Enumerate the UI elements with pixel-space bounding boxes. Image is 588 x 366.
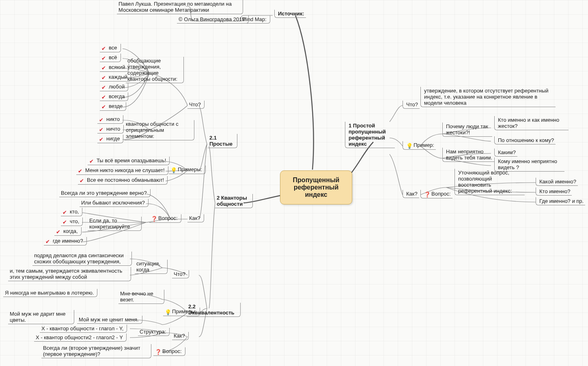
bulb-icon: 💡 xyxy=(165,309,170,315)
l21-how[interactable]: Как? xyxy=(187,214,204,222)
l22-st-a[interactable]: X - квантор общности - глагол - Y, xyxy=(40,325,127,333)
check-icon: ✔ xyxy=(99,117,105,123)
l22-what[interactable]: Что? xyxy=(172,270,189,278)
check-icon: ✔ xyxy=(101,75,107,80)
l21-g-4[interactable]: ✔любой xyxy=(100,83,128,91)
l22-how[interactable]: Как? xyxy=(172,332,189,340)
r1-title[interactable]: 1 Простой пропущенный референтный индекс xyxy=(345,122,395,148)
check-icon: ✔ xyxy=(56,229,62,235)
l21-g-2[interactable]: ✔всякий xyxy=(100,63,129,72)
l21-qc[interactable]: Если да, то конкретизируйте xyxy=(88,217,142,231)
l21-qci-1[interactable]: ✔что, xyxy=(61,217,83,226)
l21-g-6[interactable]: ✔везде xyxy=(100,102,126,111)
r1-qa[interactable]: Какой именно? xyxy=(536,178,578,186)
l22-e1l[interactable]: Мне вечно не везет. xyxy=(118,290,164,304)
r1-ex1[interactable]: Почему люди так жестоки?! xyxy=(442,123,492,137)
l22-sit-a[interactable]: подряд делаются два синтаксически схожих… xyxy=(32,252,132,266)
r1-qc[interactable]: Где именно? и пр. xyxy=(536,197,585,205)
l22-q[interactable]: ❓Вопрос: xyxy=(153,347,185,356)
presentation[interactable]: Павел Лукша. Презентация по метамодели н… xyxy=(117,0,243,14)
r1-ex1b[interactable]: По отношению к кому? xyxy=(494,136,556,144)
l21-ex[interactable]: 💡Примеры: xyxy=(169,166,206,174)
r1-ex2a[interactable]: Каким? xyxy=(494,149,517,157)
check-icon: ✔ xyxy=(101,84,107,90)
check-icon: ✔ xyxy=(101,94,107,100)
check-icon: ✔ xyxy=(89,158,95,164)
check-icon: ✔ xyxy=(62,209,68,215)
check-icon: ✔ xyxy=(101,45,107,51)
l22-st[interactable]: Структура: xyxy=(138,328,170,336)
l21-n-0[interactable]: ✔никто xyxy=(97,115,123,124)
check-icon: ✔ xyxy=(45,239,51,244)
bulb-icon: 💡 xyxy=(406,143,412,149)
r1-what[interactable]: Что? xyxy=(403,101,420,109)
l22-sit-b[interactable]: и, тем самым, утверждается эквивалентнос… xyxy=(8,267,131,281)
check-icon: ✔ xyxy=(78,168,84,174)
r1-ex2[interactable]: Нам неприятно видеть тебя таким. xyxy=(442,148,495,162)
question-icon: ❓ xyxy=(424,192,430,197)
check-icon: ✔ xyxy=(62,219,68,225)
r1-q[interactable]: ❓Вопрос: xyxy=(420,190,452,198)
source-label[interactable]: Источник: xyxy=(274,10,306,18)
question-icon: ❓ xyxy=(151,216,157,222)
l2-title[interactable]: 2 Кванторы общности xyxy=(215,194,253,208)
l21-qci-0[interactable]: ✔кто, xyxy=(61,208,82,216)
r1-ex1a[interactable]: Кто именно и как именно жесток? xyxy=(494,116,569,130)
root-label: Пропущенный референтный индекс xyxy=(293,177,340,198)
l21-qci-3[interactable]: ✔где именно? xyxy=(44,237,87,245)
l21-gen[interactable]: обобщающие утверждения, содержащие квант… xyxy=(126,57,184,83)
check-icon: ✔ xyxy=(80,178,85,183)
l21-what[interactable]: Что? xyxy=(187,101,205,109)
l21-e-2[interactable]: ✔Все ее постоянно обманывают! xyxy=(78,176,168,185)
r1-what-text[interactable]: утверждение, в котором отсутствует рефер… xyxy=(420,87,556,107)
r1-qb[interactable]: Кто именно? xyxy=(536,187,572,196)
l21-qa[interactable]: Всегда ли это утверждение верно? xyxy=(59,189,151,197)
check-icon: ✔ xyxy=(99,127,105,132)
l22-ex[interactable]: 💡Примеры: xyxy=(163,308,200,316)
l21-title[interactable]: 2.1 Простые xyxy=(208,134,237,148)
check-icon: ✔ xyxy=(99,136,105,142)
l21-g-5[interactable]: ✔всегда xyxy=(100,93,128,101)
l22-sit[interactable]: ситуация, когда xyxy=(135,260,168,274)
l21-g-3[interactable]: ✔каждый xyxy=(100,73,131,82)
question-icon: ❓ xyxy=(155,349,161,355)
l21-neg[interactable]: кванторы общности с отрицательным элемен… xyxy=(124,120,194,140)
l22-st-b[interactable]: X - квантор общности2 - глагол2 - Y xyxy=(34,334,127,342)
l21-g-0[interactable]: ✔все xyxy=(100,44,121,52)
l21-qci-2[interactable]: ✔когда, xyxy=(54,227,82,236)
root-node[interactable]: Пропущенный референтный индекс xyxy=(280,170,352,205)
l21-n-1[interactable]: ✔ничто xyxy=(97,125,124,133)
r1-how[interactable]: Как? xyxy=(403,190,419,198)
l22-qt[interactable]: Всегда ли (второе утверждение) значит (п… xyxy=(41,344,151,358)
l21-qb[interactable]: Или бывают исключения? xyxy=(80,199,149,207)
check-icon: ✔ xyxy=(101,55,107,61)
l21-g-1[interactable]: ✔всё xyxy=(100,54,121,62)
l22-e2r[interactable]: Мой муж не дарит мне цветы. xyxy=(8,310,74,324)
l21-e-0[interactable]: ✔Ты всё время опаздываешь! xyxy=(88,157,170,165)
r1-qtext[interactable]: Уточняющий вопрос, позволяющий восстанов… xyxy=(454,169,525,195)
l22-e2l[interactable]: Мой муж не ценит меня. xyxy=(77,316,142,324)
r1-example[interactable]: 💡Пример: xyxy=(403,141,436,150)
check-icon: ✔ xyxy=(101,104,107,110)
bulb-icon: 💡 xyxy=(170,167,176,173)
l21-q[interactable]: ❓Вопрос: xyxy=(149,214,181,223)
check-icon: ✔ xyxy=(101,65,107,71)
l21-e-1[interactable]: ✔Меня никто никогда не слушает! xyxy=(76,166,168,175)
copyright[interactable]: © Ольга Виноградова 2017 xyxy=(177,15,249,24)
l21-n-2[interactable]: ✔нигде xyxy=(97,135,123,143)
l22-e1r[interactable]: Я никогда не выигрываю в лотерею. xyxy=(3,289,97,297)
